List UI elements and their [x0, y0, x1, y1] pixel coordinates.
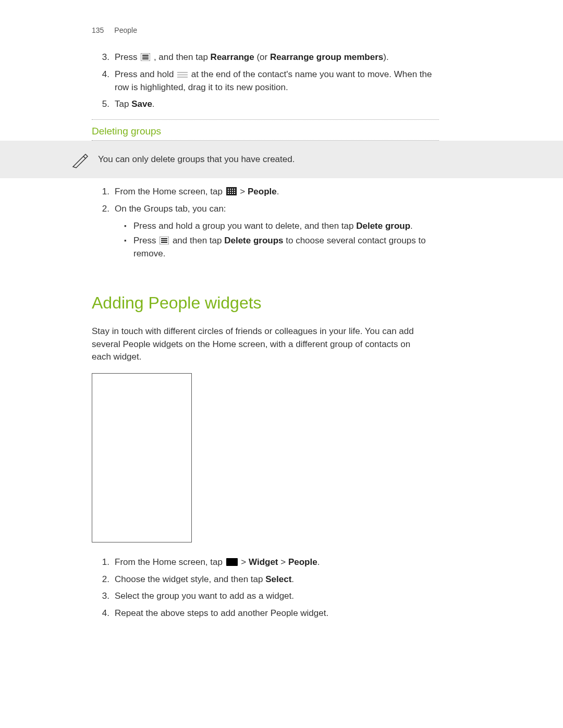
svg-rect-15 — [234, 191, 235, 192]
pen-icon — [71, 150, 92, 169]
step-body: Tap Save. — [115, 98, 280, 111]
step-3: 3. Press , and then tap Rearrange (or Re… — [92, 51, 563, 64]
step-5: 5. Tap Save. — [92, 98, 563, 111]
step-number: 1. — [92, 556, 115, 569]
step-4: 4. Repeat the above steps to add another… — [92, 607, 563, 620]
svg-rect-1 — [142, 55, 149, 56]
subheading-deleting-groups: Deleting groups — [0, 120, 563, 141]
step-number: 2. — [92, 203, 115, 216]
note-box: You can only delete groups that you have… — [0, 141, 563, 178]
step-3: 3. Select the group you want to add as a… — [92, 590, 563, 603]
page-number: 135 — [92, 25, 104, 35]
page-header: 135 People — [0, 25, 563, 35]
step-body: Select the group you want to add as a wi… — [115, 590, 419, 603]
steps-delete: 1. From the Home screen, tap > People. 2… — [0, 186, 563, 215]
heading-adding-widgets: Adding People widgets — [0, 291, 563, 315]
step-1: 1. From the Home screen, tap > Widget > … — [92, 556, 563, 569]
manual-page: 135 People 3. Press , and then tap Rearr… — [0, 0, 563, 687]
drag-handle-icon — [177, 71, 188, 78]
svg-rect-13 — [230, 191, 231, 192]
svg-rect-18 — [232, 193, 233, 194]
svg-rect-19 — [234, 193, 235, 194]
step-number: 4. — [92, 68, 115, 94]
step-body: Press and hold at the end of the contact… — [115, 68, 563, 94]
svg-rect-6 — [177, 77, 188, 78]
section-title: People — [114, 25, 137, 35]
list-body: Press and hold a group you want to delet… — [133, 220, 538, 233]
step-number: 3. — [92, 51, 115, 64]
note-text: You can only delete groups that you have… — [92, 153, 295, 166]
step-number: 3. — [92, 590, 115, 603]
svg-rect-22 — [161, 240, 167, 241]
svg-rect-14 — [232, 191, 233, 192]
svg-rect-12 — [228, 191, 229, 192]
menu-icon — [141, 53, 150, 61]
svg-rect-4 — [177, 72, 188, 73]
step-number: 1. — [92, 186, 115, 199]
step-1: 1. From the Home screen, tap > People. — [92, 186, 563, 199]
step-body: On the Groups tab, you can: — [115, 203, 351, 216]
personalize-icon — [226, 558, 238, 566]
svg-rect-2 — [142, 57, 149, 58]
steps-rearrange: 3. Press , and then tap Rearrange (or Re… — [0, 51, 563, 111]
svg-rect-11 — [234, 189, 235, 190]
svg-rect-9 — [230, 189, 231, 190]
svg-rect-3 — [142, 58, 149, 59]
list-body: Press and then tap Delete groups to choo… — [133, 235, 563, 260]
step-number: 4. — [92, 607, 115, 620]
section-divider: Deleting groups — [0, 119, 563, 141]
svg-rect-23 — [161, 242, 167, 243]
menu-icon — [160, 237, 169, 244]
svg-rect-17 — [230, 193, 231, 194]
paragraph-widgets-intro: Stay in touch with different circles of … — [0, 325, 563, 364]
svg-rect-5 — [177, 74, 188, 75]
step-body: Press , and then tap Rearrange (or Rearr… — [115, 51, 514, 64]
step-2: 2. On the Groups tab, you can: — [92, 203, 563, 216]
step-2: 2. Choose the widget style, and then tap… — [92, 573, 563, 586]
step-number: 5. — [92, 98, 115, 111]
svg-rect-21 — [161, 238, 167, 239]
list-item: ▪ Press and then tap Delete groups to ch… — [115, 235, 563, 260]
list-item: ▪ Press and hold a group you want to del… — [115, 220, 563, 233]
svg-rect-16 — [228, 193, 229, 194]
step-body: From the Home screen, tap > People. — [115, 186, 405, 199]
svg-rect-10 — [232, 189, 233, 190]
bullet-icon: ▪ — [115, 235, 133, 260]
svg-rect-8 — [228, 189, 229, 190]
delete-options: ▪ Press and hold a group you want to del… — [0, 220, 563, 261]
bullet-icon: ▪ — [115, 220, 133, 233]
step-number: 2. — [92, 573, 115, 586]
step-body: Choose the widget style, and then tap Se… — [115, 573, 419, 586]
steps-add-widget: 1. From the Home screen, tap > Widget > … — [0, 556, 563, 620]
apps-grid-icon — [226, 187, 237, 195]
step-body: Repeat the above steps to add another Pe… — [115, 607, 454, 620]
step-body: From the Home screen, tap > Widget > Peo… — [115, 556, 445, 569]
step-4: 4. Press and hold at the end of the cont… — [92, 68, 563, 94]
widget-screenshot-placeholder — [92, 373, 192, 542]
